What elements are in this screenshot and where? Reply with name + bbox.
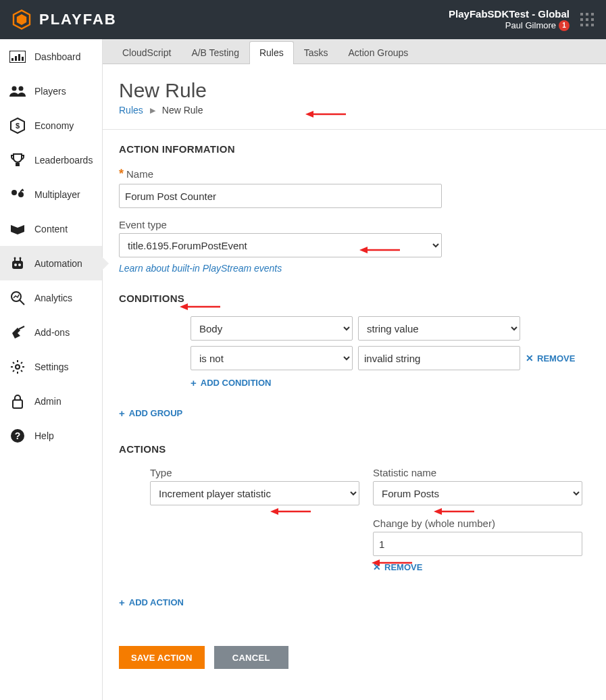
svg-text:?: ?	[15, 430, 21, 441]
sidebar-item-help[interactable]: ? Help	[0, 418, 102, 453]
condition-value-input[interactable]	[358, 346, 520, 370]
close-icon: ✕	[526, 353, 534, 364]
stat-name-select[interactable]: Forum Posts	[373, 481, 582, 505]
remove-condition-button[interactable]: ✕ REMOVE	[526, 353, 575, 364]
condition-field-select[interactable]: Body	[191, 316, 353, 341]
breadcrumb-root[interactable]: Rules	[119, 105, 143, 116]
condition-operator-select[interactable]: is not	[191, 346, 353, 370]
content: New Rule Rules ▶ New Rule ACTION INFORMA…	[103, 64, 606, 692]
svg-line-41	[21, 362, 22, 364]
main: CloudScript A/B Testing Rules Tasks Acti…	[103, 39, 606, 700]
sidebar-item-analytics[interactable]: Analytics	[0, 280, 102, 315]
sidebar-item-label: Leaderboards	[34, 155, 93, 166]
svg-line-31	[20, 300, 24, 305]
sidebar-item-label: Admin	[34, 396, 61, 407]
players-icon	[9, 85, 26, 97]
tab-abtesting[interactable]: A/B Testing	[181, 41, 249, 64]
svg-point-16	[12, 86, 17, 91]
svg-rect-12	[11, 58, 14, 61]
sidebar-item-label: Dashboard	[34, 51, 81, 62]
change-by-label: Change by (whole number)	[373, 518, 495, 529]
svg-rect-7	[591, 18, 594, 21]
content-icon	[9, 222, 26, 236]
tab-cloudscript[interactable]: CloudScript	[112, 41, 181, 64]
svg-rect-23	[12, 261, 23, 269]
leaderboards-icon	[9, 153, 26, 168]
sidebar-item-economy[interactable]: $ Economy	[0, 108, 102, 143]
sidebar-item-label: Automation	[34, 258, 82, 269]
title-name[interactable]: PlayFabSDKTest - Global	[449, 8, 570, 20]
plus-icon: +	[119, 597, 125, 608]
help-icon: ?	[9, 428, 26, 443]
stat-name-label: Statistic name	[373, 467, 436, 478]
brand[interactable]: PLAYFAB	[11, 9, 117, 30]
svg-rect-42	[13, 400, 22, 408]
multiplayer-icon	[9, 188, 26, 201]
breadcrumb-current: New Rule	[162, 105, 203, 116]
svg-point-33	[16, 365, 20, 369]
svg-rect-14	[18, 54, 20, 61]
apps-grid-icon[interactable]	[579, 11, 595, 28]
name-input[interactable]	[119, 184, 442, 208]
sidebar-item-label: Economy	[34, 120, 74, 131]
remove-action-button[interactable]: ✕ REMOVE	[373, 561, 582, 572]
admin-icon	[9, 393, 26, 409]
svg-line-38	[13, 362, 14, 364]
svg-rect-15	[22, 57, 24, 61]
sidebar-item-players[interactable]: Players	[0, 74, 102, 108]
user-area: PlayFabSDKTest - Global Paul Gilmore 1	[449, 8, 595, 31]
economy-icon: $	[9, 118, 26, 134]
sidebar-item-label: Add-ons	[34, 327, 70, 338]
save-button[interactable]: SAVE ACTION	[119, 646, 205, 669]
sidebar-item-content[interactable]: Content	[0, 211, 102, 246]
sidebar-item-automation[interactable]: Automation	[0, 246, 102, 280]
automation-icon	[9, 257, 26, 270]
sidebar-item-leaderboards[interactable]: Leaderboards	[0, 143, 102, 177]
notification-badge[interactable]: 1	[559, 20, 570, 31]
svg-point-17	[19, 86, 24, 91]
svg-point-22	[18, 192, 24, 197]
svg-rect-4	[591, 13, 594, 16]
sidebar-item-label: Analytics	[34, 293, 72, 303]
logo-icon	[11, 9, 32, 30]
tab-rules[interactable]: Rules	[249, 41, 294, 64]
chevron-right-icon: ▶	[150, 106, 155, 115]
section-actions: ACTIONS	[119, 443, 590, 455]
dashboard-icon	[9, 51, 26, 63]
svg-rect-2	[580, 13, 583, 16]
plus-icon: +	[191, 377, 197, 389]
user-name[interactable]: Paul Gilmore 1	[449, 20, 570, 31]
help-link[interactable]: Learn about built-in PlayStream events	[119, 263, 282, 274]
event-select[interactable]: title.6195.ForumPostEvent	[119, 233, 442, 257]
add-group-button[interactable]: + ADD GROUP	[119, 407, 590, 419]
analytics-icon	[9, 290, 26, 306]
sidebar-item-label: Settings	[34, 361, 69, 372]
svg-rect-3	[586, 13, 588, 16]
svg-point-29	[20, 257, 22, 259]
sidebar-item-dashboard[interactable]: Dashboard	[0, 39, 102, 74]
svg-marker-50	[180, 303, 188, 310]
addons-icon	[9, 325, 26, 340]
settings-icon	[9, 359, 26, 374]
action-type-select[interactable]: Increment player statistic	[150, 481, 359, 505]
svg-line-39	[21, 370, 22, 372]
change-by-input[interactable]	[373, 532, 582, 556]
svg-point-21	[11, 190, 17, 195]
tab-tasks[interactable]: Tasks	[294, 41, 338, 64]
sidebar: Dashboard Players $ Economy Leaderboards…	[0, 39, 103, 700]
tab-actiongroups[interactable]: Action Groups	[338, 41, 419, 64]
add-condition-button[interactable]: + ADD CONDITION	[191, 377, 590, 389]
required-icon: *	[119, 167, 124, 181]
sidebar-item-multiplayer[interactable]: Multiplayer	[0, 177, 102, 211]
sidebar-item-label: Players	[34, 86, 66, 97]
add-action-button[interactable]: + ADD ACTION	[119, 597, 590, 608]
condition-valuetype-select[interactable]: string value	[358, 316, 520, 341]
sidebar-item-addons[interactable]: Add-ons	[0, 315, 102, 349]
svg-point-25	[18, 264, 21, 266]
sidebar-item-admin[interactable]: Admin	[0, 384, 102, 418]
svg-rect-10	[591, 24, 594, 26]
brand-text: PLAYFAB	[39, 11, 117, 28]
svg-line-32	[19, 326, 24, 329]
sidebar-item-settings[interactable]: Settings	[0, 349, 102, 384]
cancel-button[interactable]: CANCEL	[214, 646, 288, 669]
